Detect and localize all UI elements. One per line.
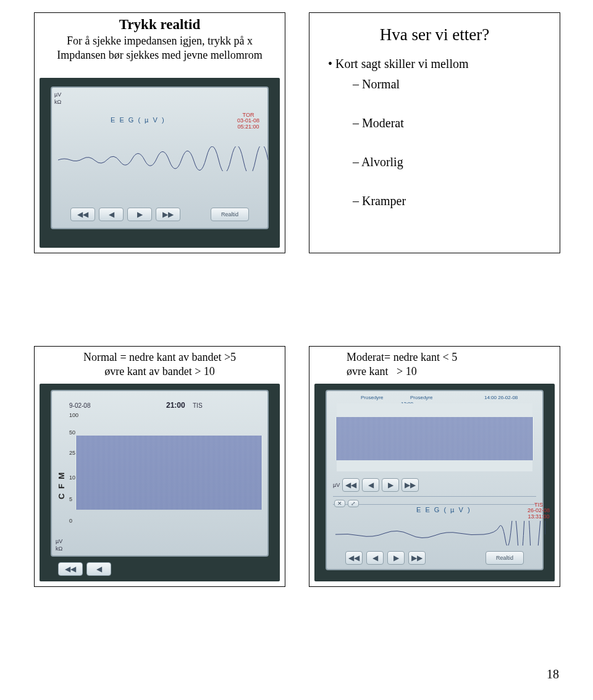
eeg-header-bar: ✕ ⤢ bbox=[333, 496, 536, 505]
panel3-caption: Normal = nedre kant av bandet >5 øvre ka… bbox=[41, 350, 279, 378]
ffwd-button[interactable]: ▶▶ bbox=[402, 478, 419, 492]
panel4-line1: Moderat= nedre kant < 5 bbox=[347, 351, 457, 363]
kohm-label: kΩ bbox=[54, 99, 61, 105]
rewind-button[interactable]: ◀◀ bbox=[70, 208, 95, 221]
ytick-5: 5 bbox=[69, 496, 72, 502]
expand-icon[interactable]: ⤢ bbox=[348, 500, 359, 507]
ytick-50: 50 bbox=[69, 429, 75, 436]
uv-label: µV bbox=[56, 538, 62, 544]
cfm-date: 9-02-08 bbox=[69, 402, 90, 409]
panel4-caption: Moderat= nedre kant < 5 øvre kant > 10 bbox=[347, 350, 553, 378]
cfm-controls: ◀◀ ◀ bbox=[58, 560, 261, 578]
kohm-label: kΩ bbox=[56, 546, 62, 552]
panel4-line2: øvre kant > 10 bbox=[347, 365, 417, 377]
panel2-item3-text: Alvorlig bbox=[361, 155, 403, 169]
time-marker-2: 14:00 26-02-08 bbox=[484, 395, 518, 400]
panel2-item4-text: Kramper bbox=[362, 194, 406, 208]
forward-button[interactable]: ▶ bbox=[127, 208, 152, 221]
panel-bottom-right: Moderat= nedre kant < 5 øvre kant > 10 P… bbox=[309, 346, 560, 587]
cfm-tis: TIS bbox=[193, 402, 203, 409]
panel3-line2: øvre kant av bandet > 10 bbox=[104, 365, 215, 377]
d2: 26-02-08 bbox=[498, 395, 518, 400]
ytick-100: 100 bbox=[69, 412, 78, 418]
panel2-bullet: • Kort sagt skiller vi mellom bbox=[328, 57, 560, 71]
monitor-photo: µV kΩ E E G ( µ V ) TOR 03-01-08 05:21:0… bbox=[40, 78, 280, 248]
ffwd-button[interactable]: ▶▶ bbox=[408, 551, 426, 565]
page-number: 18 bbox=[547, 667, 559, 681]
panel2-item2-text: Moderat bbox=[362, 116, 404, 130]
panel1-sub-line1: For å sjekke impedansen igjen, trykk på … bbox=[67, 35, 253, 47]
eeg-label: E E G ( µ V ) bbox=[111, 116, 166, 124]
panel1-sub-line2: Impdansen bør sjekkes med jevne mellomro… bbox=[57, 49, 262, 61]
cfm-photo: 9-02-08 21:00 TIS C F M 100 50 25 10 5 0… bbox=[40, 384, 280, 581]
panel3-line1: Normal = nedre kant av bandet >5 bbox=[83, 351, 236, 363]
eeg-waveform bbox=[58, 146, 268, 171]
ytick-10: 10 bbox=[69, 474, 75, 481]
panel-top-left: Trykk realtid For å sjekke impedansen ig… bbox=[34, 12, 285, 253]
eeg-label: E E G ( µ V ) bbox=[416, 506, 471, 513]
prosedyre-marker-1: Prosedyre bbox=[361, 395, 383, 400]
back-button[interactable]: ◀ bbox=[366, 551, 384, 565]
lower-controls: ◀◀ ◀ ▶ ▶▶ Realtid bbox=[345, 549, 524, 567]
cfm-axis-label: C F M bbox=[57, 471, 66, 499]
monitor-screen: µV kΩ E E G ( µ V ) TOR 03-01-08 05:21:0… bbox=[51, 86, 269, 229]
panel2-title: Hva ser vi etter? bbox=[309, 25, 560, 44]
forward-button[interactable]: ▶ bbox=[387, 551, 405, 565]
cfm-screen: 9-02-08 21:00 TIS C F M 100 50 25 10 5 0… bbox=[51, 390, 269, 557]
realtid-button[interactable]: Realtid bbox=[486, 551, 524, 565]
ytick-25: 25 bbox=[69, 450, 75, 456]
rewind-button[interactable]: ◀◀ bbox=[58, 562, 83, 576]
realtid-button[interactable]: Realtid bbox=[211, 208, 249, 221]
uv-label: µV bbox=[54, 91, 61, 98]
rewind-button[interactable]: ◀◀ bbox=[345, 551, 363, 565]
cfm-band-top bbox=[337, 403, 532, 471]
panel2-bullet-text: Kort sagt skiller vi mellom bbox=[335, 57, 469, 70]
back-button[interactable]: ◀ bbox=[362, 478, 379, 492]
eeg-waveform bbox=[335, 521, 545, 546]
close-icon[interactable]: ✕ bbox=[334, 500, 345, 507]
ffwd-button[interactable]: ▶▶ bbox=[156, 208, 180, 221]
panel2-item-kramper: – Kramper bbox=[353, 194, 560, 208]
forward-button[interactable]: ▶ bbox=[382, 478, 399, 492]
rewind-button[interactable]: ◀◀ bbox=[342, 478, 360, 492]
panel2-item1-text: Normal bbox=[362, 77, 400, 91]
panel2-item-alvorlig: – Alvorlig bbox=[353, 155, 560, 169]
eeg-timestamp: TIS 26-02-08 13:31:00 bbox=[528, 502, 550, 520]
prosedyre-marker-2: Prosedyre bbox=[410, 395, 432, 400]
panel-top-right: Hva ser vi etter? • Kort sagt skiller vi… bbox=[309, 12, 560, 253]
uv-label: µV bbox=[333, 482, 340, 488]
panel2-item-normal: – Normal bbox=[353, 77, 560, 91]
back-button[interactable]: ◀ bbox=[86, 562, 111, 576]
back-button[interactable]: ◀ bbox=[99, 208, 124, 221]
mid-controls: µV ◀◀ ◀ ▶ ▶▶ bbox=[333, 478, 536, 492]
cfm-time: 21:00 bbox=[166, 401, 185, 410]
ytick-0: 0 bbox=[69, 518, 72, 524]
panel1-title: Trykk realtid bbox=[35, 17, 285, 33]
moderate-photo: Prosedyre Prosedyre 13:00 14:00 26-02-08… bbox=[314, 384, 555, 581]
tor-timestamp: TOR 03-01-08 05:21:00 bbox=[237, 112, 259, 130]
panel1-subtitle: For å sjekke impedansen igjen, trykk på … bbox=[41, 34, 279, 62]
playback-controls: ◀◀ ◀ ▶ ▶▶ Realtid bbox=[70, 206, 249, 223]
moderate-screen: Prosedyre Prosedyre 13:00 14:00 26-02-08… bbox=[326, 390, 544, 570]
panel2-item-moderat: – Moderat bbox=[353, 116, 560, 130]
cfm-band bbox=[77, 436, 261, 510]
t2: 14:00 bbox=[484, 395, 497, 400]
panel-bottom-left: Normal = nedre kant av bandet >5 øvre ka… bbox=[34, 346, 285, 587]
